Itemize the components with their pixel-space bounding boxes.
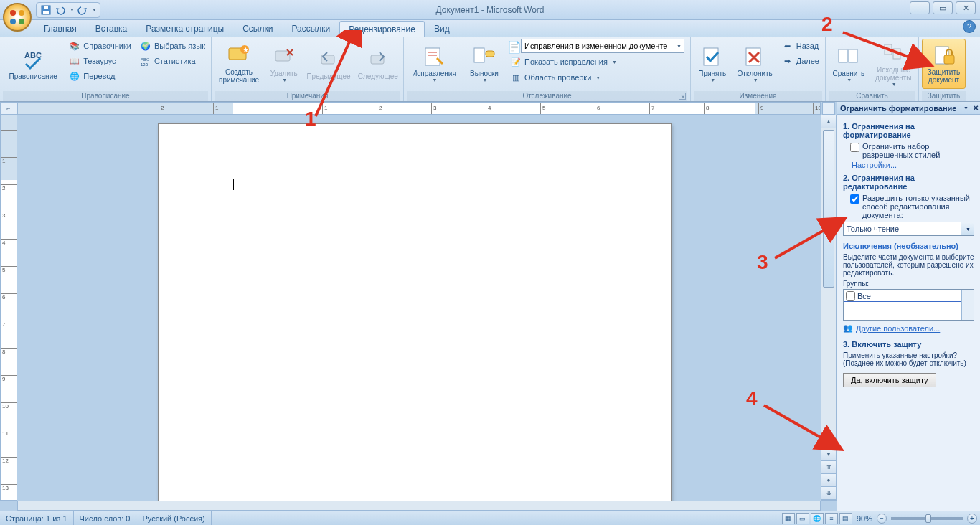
select-browse-icon[interactable]: ● (821, 474, 836, 487)
more-users-link[interactable]: 👥 Другие пользователи... (843, 323, 974, 333)
document-page[interactable] (158, 123, 672, 501)
zoom-slider[interactable] (891, 517, 963, 520)
horizontal-scrollbar[interactable] (17, 501, 821, 511)
zoom-level[interactable]: 90% (857, 514, 872, 523)
new-comment-button[interactable]: ★ Создать примечание (215, 39, 263, 89)
group-all-checkbox[interactable] (846, 291, 855, 301)
undo-icon[interactable] (54, 4, 67, 16)
prev-comment-label: Предыдущее (306, 72, 350, 80)
zoom-slider-thumb[interactable] (925, 514, 931, 523)
word-count-icon: ABC123 (140, 55, 151, 67)
svg-point-1 (19, 10, 24, 16)
document-area[interactable] (17, 115, 821, 501)
svg-rect-13 (275, 51, 290, 61)
minimize-button[interactable]: — (910, 1, 930, 14)
track-changes-button[interactable]: Исправления▼ (407, 39, 461, 89)
horizontal-ruler[interactable]: 211234567891011121314151617 (17, 102, 821, 115)
zoom-out-button[interactable]: − (877, 514, 887, 524)
tab-mailings[interactable]: Рассылки (282, 20, 339, 37)
scroll-down-icon[interactable]: ▼ (821, 448, 836, 461)
show-markup-button[interactable]: 📝Показать исправления▼ (507, 55, 684, 69)
display-for-review-combo[interactable]: Исправления в измененном документе (521, 39, 684, 53)
reject-button[interactable]: Отклонить▼ (734, 39, 776, 89)
limit-formatting-checkbox[interactable]: Ограничить набор разрешенных стилей (850, 142, 974, 159)
reviewing-pane-button[interactable]: ▥Область проверки▼ (507, 70, 684, 85)
pane-title: Ограничить форматирование (840, 104, 956, 113)
word-count-button[interactable]: ABC123Статистика (137, 54, 208, 68)
next-page-icon[interactable]: ⇊ (821, 487, 836, 500)
svg-rect-32 (944, 55, 954, 64)
groups-listbox[interactable]: Все (843, 289, 974, 321)
tab-home[interactable]: Главная (34, 20, 86, 37)
ruler-corner[interactable]: ⌐ (0, 102, 17, 115)
zoom-in-button[interactable]: + (967, 514, 977, 524)
tab-view[interactable]: Вид (425, 20, 459, 37)
outline-view-icon[interactable]: ≡ (825, 513, 838, 524)
balloons-button[interactable]: Выноски▼ (464, 39, 504, 89)
translate-button[interactable]: 🌐Перевод (66, 69, 134, 83)
prev-comment-button[interactable]: Предыдущее (304, 39, 352, 89)
tab-review[interactable]: Рецензирование (339, 21, 425, 37)
status-word-count[interactable]: Число слов: 0 (74, 511, 137, 525)
group-item-all[interactable]: Все (844, 290, 961, 302)
compare-button[interactable]: Сравнить▼ (829, 39, 869, 89)
svg-text:★: ★ (242, 46, 249, 54)
close-button[interactable]: ✕ (956, 1, 976, 14)
limit-formatting-input[interactable] (850, 143, 859, 152)
scroll-thumb[interactable] (823, 130, 834, 288)
compare-label: Сравнить (833, 70, 865, 77)
listbox-scrollbar[interactable] (961, 290, 974, 320)
prev-page-icon[interactable]: ⇈ (821, 461, 836, 474)
print-layout-view-icon[interactable]: ▦ (782, 513, 795, 524)
status-language[interactable]: Русский (Россия) (136, 511, 211, 525)
show-markup-icon: 📝 (510, 56, 522, 67)
svg-point-2 (10, 19, 16, 24)
redo-icon[interactable] (76, 4, 89, 16)
web-layout-view-icon[interactable]: 🌐 (811, 513, 824, 524)
group-proofing-label: Правописание (3, 91, 208, 101)
allow-editing-input[interactable] (850, 194, 859, 204)
draft-view-icon[interactable]: ▤ (839, 513, 852, 524)
qat-customize-icon[interactable]: ▼ (92, 7, 97, 12)
prev-comment-icon (317, 48, 340, 71)
restore-button[interactable]: ▭ (933, 1, 953, 14)
protect-document-button[interactable]: Защитить документ (922, 39, 966, 89)
section3-description: Применить указанные настройки? (Позднее … (843, 351, 974, 367)
ruler-toggle-button[interactable] (822, 102, 835, 115)
next-change-button[interactable]: ➡Далее (779, 54, 822, 68)
research-button[interactable]: 📚Справочники (66, 39, 134, 53)
ribbon-tabs: Главная Вставка Разметка страницы Ссылки… (0, 20, 980, 37)
tab-references[interactable]: Ссылки (233, 20, 282, 37)
thesaurus-button[interactable]: 📖Тезаурус (66, 54, 134, 68)
undo-dropdown-icon[interactable]: ▼ (70, 7, 75, 12)
full-screen-view-icon[interactable]: ▭ (796, 513, 809, 524)
status-page[interactable]: Страница: 1 из 1 (0, 511, 74, 525)
next-comment-button[interactable]: Следующее (356, 39, 400, 89)
enable-protection-button[interactable]: Да, включить защиту (843, 373, 936, 387)
tab-insert[interactable]: Вставка (86, 20, 137, 37)
scroll-up-icon[interactable]: ▲ (821, 115, 836, 128)
vertical-ruler[interactable]: 12345678910111213 (0, 115, 17, 501)
vertical-scrollbar[interactable]: ▲ ▼ ⇈ ● ⇊ (821, 115, 837, 501)
spelling-button[interactable]: ABC Правописание (3, 39, 63, 89)
pane-close-icon[interactable]: ✕ (973, 104, 979, 112)
tracking-launcher-icon[interactable]: ↘ (679, 93, 686, 100)
show-source-button[interactable]: Исходные документы▼ (872, 39, 915, 89)
set-language-button[interactable]: 🌍Выбрать язык (137, 39, 208, 53)
accept-button[interactable]: Принять▼ (694, 39, 731, 89)
settings-link[interactable]: Настройки... (852, 161, 974, 169)
save-icon[interactable] (39, 4, 52, 16)
editing-type-select[interactable]: Только чтение (843, 222, 974, 236)
delete-comment-button[interactable]: Удалить▼ (266, 39, 301, 89)
svg-point-3 (19, 19, 24, 24)
language-icon: 🌍 (140, 40, 151, 52)
new-comment-icon: ★ (227, 44, 250, 67)
allow-editing-checkbox[interactable]: Разрешить только указанный способ редакт… (850, 194, 974, 219)
help-icon[interactable]: ? (963, 20, 976, 33)
svg-rect-5 (43, 11, 49, 14)
tab-page-layout[interactable]: Разметка страницы (136, 20, 233, 37)
previous-change-button[interactable]: ⬅Назад (779, 39, 822, 53)
pane-menu-icon[interactable]: ▼ (963, 105, 969, 110)
balloons-icon (473, 45, 496, 68)
office-button[interactable] (3, 3, 32, 32)
